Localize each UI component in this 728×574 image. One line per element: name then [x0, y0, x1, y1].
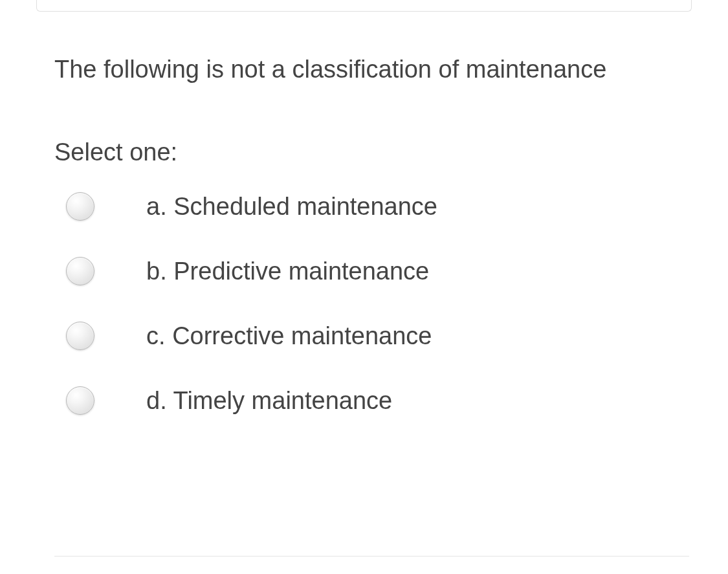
radio-d[interactable]	[66, 386, 94, 415]
options-list: a. Scheduled maintenance b. Predictive m…	[54, 192, 689, 415]
option-d-label: d. Timely maintenance	[146, 387, 392, 415]
option-c-text: Corrective maintenance	[172, 322, 432, 349]
option-d[interactable]: d. Timely maintenance	[66, 386, 689, 415]
radio-c[interactable]	[66, 322, 94, 350]
option-a-letter: a.	[146, 193, 167, 220]
panel-top-border	[36, 0, 692, 12]
question-container: The following is not a classification of…	[54, 45, 689, 415]
option-a[interactable]: a. Scheduled maintenance	[66, 192, 689, 221]
radio-b[interactable]	[66, 257, 94, 285]
option-b-text: Predictive maintenance	[173, 258, 429, 285]
option-d-text: Timely maintenance	[173, 387, 393, 414]
radio-a[interactable]	[66, 192, 94, 221]
option-a-label: a. Scheduled maintenance	[146, 193, 437, 221]
question-text: The following is not a classification of…	[54, 45, 689, 93]
option-c-letter: c.	[146, 322, 166, 349]
option-b-letter: b.	[146, 258, 167, 285]
option-b[interactable]: b. Predictive maintenance	[66, 257, 689, 285]
option-b-label: b. Predictive maintenance	[146, 258, 429, 285]
option-a-text: Scheduled maintenance	[173, 193, 437, 220]
option-c-label: c. Corrective maintenance	[146, 322, 432, 350]
option-c[interactable]: c. Corrective maintenance	[66, 322, 689, 350]
select-prompt: Select one:	[54, 138, 689, 166]
option-d-letter: d.	[146, 387, 167, 414]
panel-bottom-border	[54, 556, 689, 557]
